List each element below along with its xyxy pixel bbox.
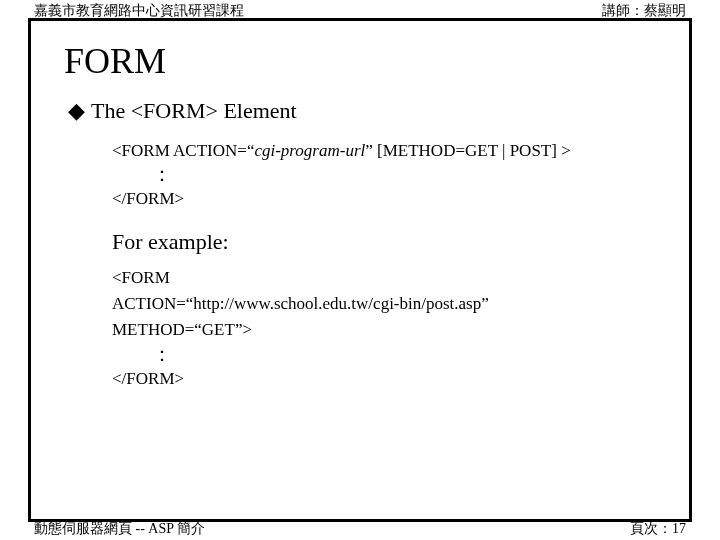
syntax-open-post: ” [METHOD=GET | POST] > [365,141,570,160]
syntax-dots: ： [152,164,668,186]
example-block: <FORM ACTION=“http://www.school.edu.tw/c… [112,265,668,344]
example-dots: ： [152,344,668,366]
example-line1: <FORM [112,265,668,291]
bullet-line: ◆The <FORM> Element [68,98,668,124]
syntax-open-pre: <FORM ACTION=“ [112,141,254,160]
syntax-close-line: </FORM> [112,186,668,212]
slide: 嘉義市教育網路中心資訊研習課程 講師：蔡顯明 FORM ◆The <FORM> … [0,0,720,540]
example-close: </FORM> [112,369,184,388]
syntax-block: <FORM ACTION=“cgi-program-url” [METHOD=G… [112,138,668,164]
syntax-open-italic: cgi-program-url [254,141,365,160]
footer-page: 17 [672,521,686,536]
example-close-line: </FORM> [112,366,668,392]
example-line3: METHOD=“GET”> [112,317,668,343]
slide-footer: 動態伺服器網頁 -- ASP 簡介 頁次：17 [34,520,686,538]
footer-right-label: 頁次： [630,521,672,536]
slide-header: 嘉義市教育網路中心資訊研習課程 講師：蔡顯明 [0,0,720,18]
footer-right: 頁次：17 [630,520,686,538]
bullet-icon: ◆ [68,98,85,123]
syntax-close: </FORM> [112,189,184,208]
footer-left: 動態伺服器網頁 -- ASP 簡介 [34,520,205,538]
header-right: 講師：蔡顯明 [602,4,686,18]
example-line2: ACTION=“http://www.school.edu.tw/cgi-bin… [112,291,668,317]
bullet-text: The <FORM> Element [91,98,297,123]
syntax-open-line: <FORM ACTION=“cgi-program-url” [METHOD=G… [112,138,668,164]
slide-content: FORM ◆The <FORM> Element <FORM ACTION=“c… [28,18,692,522]
header-left: 嘉義市教育網路中心資訊研習課程 [34,4,244,18]
page-title: FORM [52,40,668,82]
example-label: For example: [112,229,668,255]
